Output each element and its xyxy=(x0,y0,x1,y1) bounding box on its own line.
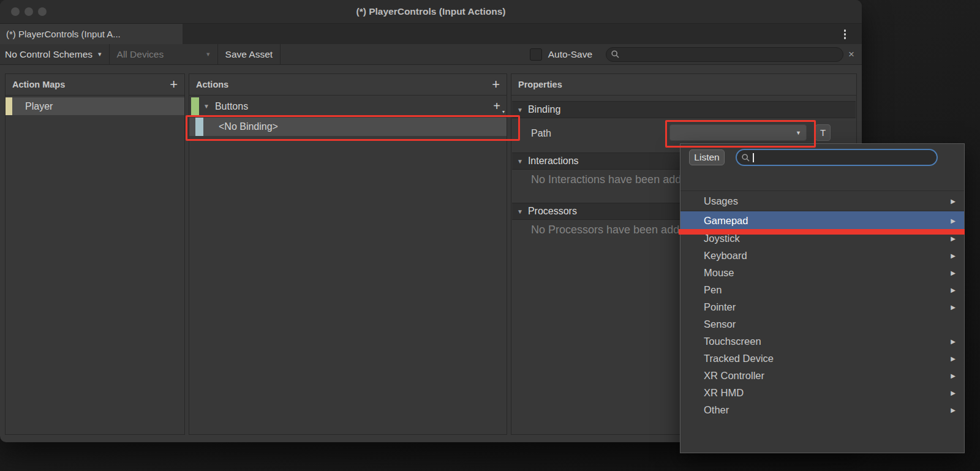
devices-dropdown[interactable]: All Devices ▾ xyxy=(110,44,218,64)
processors-empty-text: No Processors have been added. xyxy=(531,224,695,236)
device-list-item[interactable]: Gamepad▶ xyxy=(680,211,964,230)
foldout-arrow-icon: ▼ xyxy=(517,107,523,113)
submenu-arrow-icon: ▶ xyxy=(951,235,956,242)
device-list-item-label: Usages xyxy=(704,195,738,207)
device-list-item-label: Touchscreen xyxy=(704,336,761,347)
foldout-arrow-icon: ▼ xyxy=(517,208,523,215)
device-list-item-label: Pointer xyxy=(704,301,736,313)
devices-label: All Devices xyxy=(117,49,164,60)
submenu-arrow-icon: ▶ xyxy=(951,407,956,413)
submenu-arrow-icon: ▶ xyxy=(951,372,956,379)
add-action-button[interactable]: + xyxy=(492,78,500,91)
action-color-strip xyxy=(191,97,199,115)
chevron-down-icon: ▾ xyxy=(98,50,102,58)
action-map-item-player[interactable]: Player xyxy=(6,97,184,115)
auto-save-checkbox[interactable] xyxy=(530,48,542,61)
interactions-empty-text: No Interactions have been added. xyxy=(531,173,696,186)
device-list-item[interactable]: Tracked Device▶ xyxy=(680,350,964,367)
action-item-buttons[interactable]: ▼ Buttons +▾ xyxy=(189,97,507,115)
search-icon xyxy=(611,50,619,58)
save-asset-button[interactable]: Save Asset xyxy=(218,44,281,64)
actions-header: Actions + xyxy=(189,74,507,96)
submenu-arrow-icon: ▶ xyxy=(951,390,956,396)
tab-bar: (*) PlayerControls (Input A... xyxy=(0,24,862,44)
add-action-map-button[interactable]: + xyxy=(170,78,178,91)
annotation-underline-gamepad xyxy=(679,229,965,235)
submenu-arrow-icon: ▶ xyxy=(951,217,956,224)
action-maps-title: Action Maps xyxy=(12,80,65,89)
device-list-item-label: Gamepad xyxy=(704,215,748,227)
device-list-item[interactable]: Touchscreen▶ xyxy=(680,333,964,350)
device-list-item-label: Tracked Device xyxy=(704,353,774,364)
save-asset-label: Save Asset xyxy=(225,49,273,60)
device-list-item-label: Mouse xyxy=(704,267,734,279)
device-list-item[interactable]: Mouse▶ xyxy=(680,264,964,281)
device-list: Usages▶Gamepad▶Joystick▶Keyboard▶Mouse▶P… xyxy=(680,190,964,418)
window-title: (*) PlayerControls (Input Actions) xyxy=(0,0,862,23)
action-maps-panel: Action Maps + Player xyxy=(5,73,185,435)
device-list-item-label: Keyboard xyxy=(704,250,747,262)
control-schemes-label: No Control Schemes xyxy=(5,49,92,60)
kebab-menu-icon[interactable] xyxy=(844,28,846,41)
action-label: Buttons xyxy=(215,101,248,112)
binding-item-no-binding[interactable]: <No Binding> xyxy=(189,118,507,136)
search-icon xyxy=(742,154,750,162)
submenu-arrow-icon: ▶ xyxy=(951,287,956,293)
picker-search-input[interactable] xyxy=(736,149,938,166)
path-label: Path xyxy=(531,128,551,139)
submenu-arrow-icon: ▶ xyxy=(951,338,956,345)
path-text-mode-button[interactable]: T xyxy=(815,124,831,141)
action-map-label: Player xyxy=(25,101,53,112)
binding-section-header[interactable]: ▼ Binding xyxy=(512,101,856,118)
device-list-item-label: XR Controller xyxy=(704,370,764,382)
processors-section-label: Processors xyxy=(528,206,577,217)
submenu-arrow-icon: ▶ xyxy=(951,304,956,311)
control-path-picker-popup: Listen Usages▶Gamepad▶Joystick▶Keyboard▶… xyxy=(680,143,965,453)
device-list-item-label: Other xyxy=(704,404,729,416)
submenu-arrow-icon: ▶ xyxy=(951,269,956,276)
text-cursor xyxy=(753,153,754,162)
device-list-item[interactable]: XR Controller▶ xyxy=(680,367,964,384)
interactions-section-label: Interactions xyxy=(528,156,579,167)
toolbar-spacer xyxy=(281,44,530,64)
actions-panel: Actions + ▼ Buttons +▾ <No Binding> xyxy=(189,73,507,435)
chevron-down-icon: ▾ xyxy=(502,109,505,115)
properties-header: Properties xyxy=(511,74,856,96)
device-list-item-label: Sensor xyxy=(704,318,736,330)
auto-save-label: Auto-Save xyxy=(548,49,592,60)
submenu-arrow-icon: ▶ xyxy=(951,252,956,259)
control-schemes-dropdown[interactable]: No Control Schemes ▾ xyxy=(0,44,110,64)
clear-search-icon[interactable]: × xyxy=(843,48,862,61)
chevron-down-icon: ▾ xyxy=(206,50,210,58)
search-input[interactable] xyxy=(606,47,843,62)
path-dropdown[interactable]: ▼ xyxy=(669,124,807,141)
tab-playercontrols[interactable]: (*) PlayerControls (Input A... xyxy=(0,24,183,44)
binding-label: <No Binding> xyxy=(219,121,278,132)
device-list-item[interactable]: Pointer▶ xyxy=(680,298,964,315)
actions-title: Actions xyxy=(196,80,228,89)
device-list-item-label: XR HMD xyxy=(704,387,744,399)
listen-button[interactable]: Listen xyxy=(689,149,725,165)
properties-title: Properties xyxy=(518,80,562,89)
toolbar: No Control Schemes ▾ All Devices ▾ Save … xyxy=(0,44,862,65)
foldout-arrow-icon[interactable]: ▼ xyxy=(203,103,209,110)
device-list-item[interactable]: Other▶ xyxy=(680,401,964,418)
title-bar: (*) PlayerControls (Input Actions) xyxy=(0,0,862,24)
binding-color-strip xyxy=(195,118,203,136)
add-binding-button[interactable]: +▾ xyxy=(493,99,500,113)
action-map-color-strip xyxy=(6,97,12,115)
submenu-arrow-icon: ▶ xyxy=(951,198,956,205)
foldout-arrow-icon: ▼ xyxy=(517,158,523,165)
device-list-item-label: Pen xyxy=(704,284,722,296)
action-maps-header: Action Maps + xyxy=(6,74,184,96)
device-list-item[interactable]: Usages▶ xyxy=(680,191,964,211)
binding-section-label: Binding xyxy=(528,104,560,115)
device-list-item[interactable]: XR HMD▶ xyxy=(680,384,964,401)
chevron-down-icon: ▼ xyxy=(796,130,801,136)
device-list-item[interactable]: Keyboard▶ xyxy=(680,247,964,264)
device-list-item[interactable]: Sensor xyxy=(680,315,964,333)
device-list-item[interactable]: Pen▶ xyxy=(680,281,964,298)
submenu-arrow-icon: ▶ xyxy=(951,355,956,362)
